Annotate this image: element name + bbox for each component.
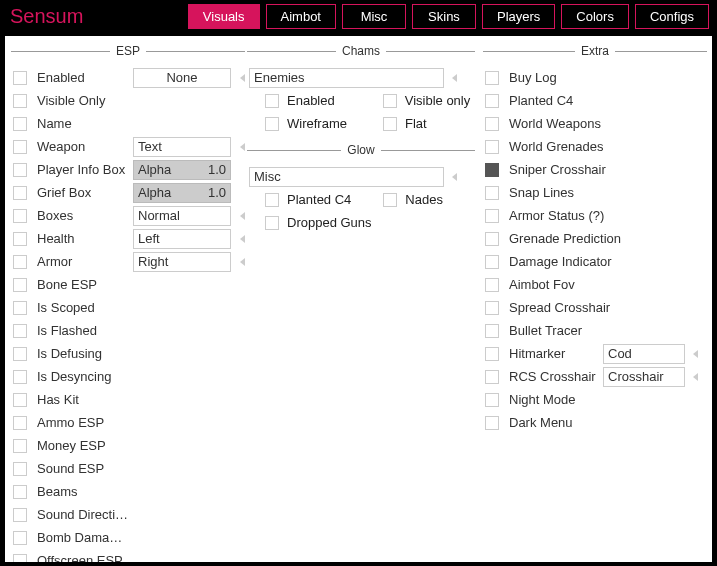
esp-health-dropdown[interactable]: Left — [133, 229, 231, 249]
esp-visibleonly-checkbox[interactable] — [13, 94, 27, 108]
esp-money-label: Money ESP — [37, 438, 129, 453]
esp-name-label: Name — [37, 116, 129, 131]
chams-wireframe-label: Wireframe — [287, 116, 347, 131]
chams-flat-checkbox[interactable] — [383, 117, 397, 131]
esp-offscreen-label: Offscreen ESP — [37, 553, 129, 562]
esp-playerinfobox-label: Player Info Box — [37, 162, 129, 177]
esp-armor-checkbox[interactable] — [13, 255, 27, 269]
tab-aimbot[interactable]: Aimbot — [266, 4, 336, 29]
chams-visibleonly-label: Visible only — [405, 93, 471, 108]
tab-skins[interactable]: Skins — [412, 4, 476, 29]
extra-worldgrenades-checkbox[interactable] — [485, 140, 499, 154]
arrow-icon — [240, 74, 245, 82]
extra-rcscrosshair-label: RCS Crosshair — [509, 369, 599, 384]
esp-boxes-checkbox[interactable] — [13, 209, 27, 223]
esp-ammo-label: Ammo ESP — [37, 415, 129, 430]
esp-isdesyncing-checkbox[interactable] — [13, 370, 27, 384]
esp-bone-label: Bone ESP — [37, 277, 129, 292]
glow-nades-checkbox[interactable] — [383, 193, 397, 207]
esp-boxes-dropdown[interactable]: Normal — [133, 206, 231, 226]
esp-enabled-checkbox[interactable] — [13, 71, 27, 85]
esp-sound-checkbox[interactable] — [13, 462, 27, 476]
extra-spreadcrosshair-checkbox[interactable] — [485, 301, 499, 315]
tab-misc[interactable]: Misc — [342, 4, 406, 29]
esp-name-checkbox[interactable] — [13, 117, 27, 131]
titlebar: Sensum Visuals Aimbot Misc Skins Players… — [0, 0, 717, 32]
esp-bone-checkbox[interactable] — [13, 278, 27, 292]
esp-legend: ESP — [110, 44, 146, 58]
esp-armor-dropdown[interactable]: Right — [133, 252, 231, 272]
esp-sounddirection-label: Sound Direction (?) — [37, 507, 129, 522]
extra-armorstatus-checkbox[interactable] — [485, 209, 499, 223]
esp-beams-checkbox[interactable] — [13, 485, 27, 499]
esp-enabled-label: Enabled — [37, 70, 129, 85]
esp-bombdamage-checkbox[interactable] — [13, 531, 27, 545]
chams-legend: Chams — [336, 44, 386, 58]
extra-snipercrosshair-checkbox[interactable] — [485, 163, 499, 177]
arrow-icon — [240, 143, 245, 151]
esp-weapon-dropdown[interactable]: Text — [133, 137, 231, 157]
esp-playerinfobox-checkbox[interactable] — [13, 163, 27, 177]
esp-enabled-dropdown[interactable]: None — [133, 68, 231, 88]
esp-haskit-label: Has Kit — [37, 392, 129, 407]
extra-aimbotfov-checkbox[interactable] — [485, 278, 499, 292]
esp-beams-label: Beams — [37, 484, 129, 499]
chams-wireframe-checkbox[interactable] — [265, 117, 279, 131]
esp-isdefusing-checkbox[interactable] — [13, 347, 27, 361]
arrow-icon — [452, 74, 457, 82]
extra-rcscrosshair-checkbox[interactable] — [485, 370, 499, 384]
esp-isflashed-checkbox[interactable] — [13, 324, 27, 338]
extra-darkmenu-label: Dark Menu — [509, 415, 573, 430]
chams-target-dropdown[interactable]: Enemies — [249, 68, 444, 88]
extra-worldweapons-checkbox[interactable] — [485, 117, 499, 131]
esp-isdesyncing-label: Is Desyncing — [37, 369, 129, 384]
extra-bullettracer-checkbox[interactable] — [485, 324, 499, 338]
extra-hitmarker-label: Hitmarker — [509, 346, 599, 361]
chams-enabled-checkbox[interactable] — [265, 94, 279, 108]
esp-isscoped-checkbox[interactable] — [13, 301, 27, 315]
esp-griefbox-checkbox[interactable] — [13, 186, 27, 200]
esp-ammo-checkbox[interactable] — [13, 416, 27, 430]
glow-target-dropdown[interactable]: Misc — [249, 167, 444, 187]
esp-offscreen-checkbox[interactable] — [13, 554, 27, 563]
glow-droppedguns-checkbox[interactable] — [265, 216, 279, 230]
glow-plantedc4-checkbox[interactable] — [265, 193, 279, 207]
esp-weapon-label: Weapon — [37, 139, 129, 154]
extra-grenadeprediction-checkbox[interactable] — [485, 232, 499, 246]
tab-players[interactable]: Players — [482, 4, 555, 29]
esp-isscoped-label: Is Scoped — [37, 300, 129, 315]
esp-armor-label: Armor — [37, 254, 129, 269]
extra-plantedc4-checkbox[interactable] — [485, 94, 499, 108]
extra-hitmarker-checkbox[interactable] — [485, 347, 499, 361]
arrow-icon — [452, 173, 457, 181]
esp-column: ESP Enabled None Visible Only Name Weapo… — [11, 44, 239, 554]
tab-visuals[interactable]: Visuals — [188, 4, 260, 29]
chams-visibleonly-checkbox[interactable] — [383, 94, 397, 108]
esp-weapon-checkbox[interactable] — [13, 140, 27, 154]
arrow-icon — [693, 350, 698, 358]
tab-colors[interactable]: Colors — [561, 4, 629, 29]
esp-haskit-checkbox[interactable] — [13, 393, 27, 407]
arrow-icon — [240, 258, 245, 266]
glow-nades-label: Nades — [405, 192, 443, 207]
tab-configs[interactable]: Configs — [635, 4, 709, 29]
extra-hitmarker-dropdown[interactable]: Cod — [603, 344, 685, 364]
extra-nightmode-label: Night Mode — [509, 392, 575, 407]
extra-darkmenu-checkbox[interactable] — [485, 416, 499, 430]
extra-damageindicator-checkbox[interactable] — [485, 255, 499, 269]
extra-grenadeprediction-label: Grenade Prediction — [509, 231, 621, 246]
extra-damageindicator-label: Damage Indicator — [509, 254, 612, 269]
chams-enabled-label: Enabled — [287, 93, 335, 108]
esp-playerinfobox-alpha-slider[interactable]: Alpha1.0 — [133, 160, 231, 180]
extra-snaplines-checkbox[interactable] — [485, 186, 499, 200]
extra-legend: Extra — [575, 44, 615, 58]
extra-buylog-checkbox[interactable] — [485, 71, 499, 85]
esp-money-checkbox[interactable] — [13, 439, 27, 453]
esp-isflashed-label: Is Flashed — [37, 323, 129, 338]
extra-rcscrosshair-dropdown[interactable]: Crosshair — [603, 367, 685, 387]
extra-spreadcrosshair-label: Spread Crosshair — [509, 300, 610, 315]
extra-nightmode-checkbox[interactable] — [485, 393, 499, 407]
esp-sounddirection-checkbox[interactable] — [13, 508, 27, 522]
esp-griefbox-alpha-slider[interactable]: Alpha1.0 — [133, 183, 231, 203]
esp-health-checkbox[interactable] — [13, 232, 27, 246]
